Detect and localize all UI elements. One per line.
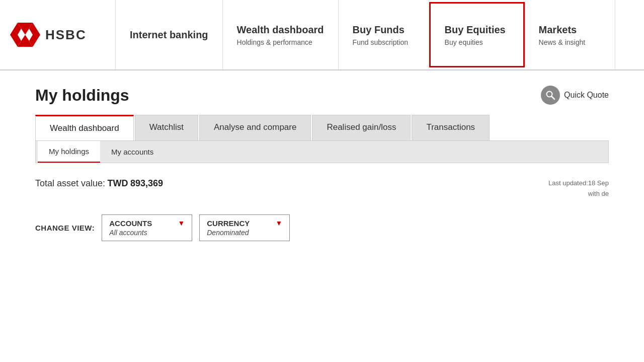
hsbc-brand-text: HSBC xyxy=(45,27,87,43)
tab-wealth-dashboard[interactable]: Wealth dashboard xyxy=(35,115,134,140)
tab-analyse-compare[interactable]: Analyse and compare xyxy=(199,115,311,140)
quick-quote-icon xyxy=(541,86,560,105)
last-updated-line1: Last updated:18 Sep xyxy=(548,178,609,189)
total-asset-value: Total asset value: TWD 893,369 xyxy=(35,178,163,189)
accounts-dropdown[interactable]: ACCOUNTS ▼ All accounts xyxy=(102,214,192,241)
nav-buy-equities[interactable]: Buy Equities Buy equities xyxy=(429,2,525,67)
currency-dropdown[interactable]: CURRENCY ▼ Denominated xyxy=(199,214,290,241)
accounts-dropdown-arrow-icon: ▼ xyxy=(178,219,185,227)
last-updated-line2: with de xyxy=(548,189,609,199)
currency-dropdown-arrow-icon: ▼ xyxy=(275,219,282,227)
asset-label: Total asset value: xyxy=(35,178,105,188)
tab-transactions[interactable]: Transactions xyxy=(412,115,490,140)
nav-buy-funds[interactable]: Buy Funds Fund subscription xyxy=(339,0,429,69)
page-title: My holdings xyxy=(35,86,129,105)
asset-currency: TWD xyxy=(108,178,128,188)
tab-watchlist[interactable]: Watchlist xyxy=(135,115,198,140)
hsbc-diamond-icon xyxy=(10,23,40,47)
asset-section: Total asset value: TWD 893,369 Last upda… xyxy=(35,178,609,199)
tab-realised-gain-loss[interactable]: Realised gain/loss xyxy=(312,115,411,140)
quick-quote-label: Quick Quote xyxy=(564,91,609,100)
asset-amount: 893,369 xyxy=(130,178,163,188)
accounts-dropdown-label: ACCOUNTS ▼ xyxy=(109,219,185,228)
currency-dropdown-label: CURRENCY ▼ xyxy=(207,219,282,228)
nav-markets[interactable]: Markets News & insight xyxy=(525,0,615,69)
secondary-tabs: My holdings My accounts xyxy=(35,140,609,163)
nav-wealth-dashboard[interactable]: Wealth dashboard Holdings & performance xyxy=(223,0,339,69)
logo-area: HSBC xyxy=(0,0,116,69)
last-updated-text: Last updated:18 Sep with de xyxy=(548,178,609,199)
main-header: HSBC Internet banking Wealth dashboard H… xyxy=(0,0,644,70)
quick-quote-button[interactable]: Quick Quote xyxy=(541,86,609,105)
tab-my-accounts[interactable]: My accounts xyxy=(100,141,165,162)
accounts-dropdown-value: All accounts xyxy=(109,229,185,237)
page-header: My holdings Quick Quote xyxy=(35,86,609,105)
change-view-label: CHANGE VIEW: xyxy=(35,224,95,232)
main-content: My holdings Quick Quote Wealth dashboard… xyxy=(0,70,644,261)
tab-my-holdings[interactable]: My holdings xyxy=(38,141,100,163)
change-view-section: CHANGE VIEW: ACCOUNTS ▼ All accounts CUR… xyxy=(35,214,609,241)
svg-line-7 xyxy=(552,97,555,100)
primary-tabs: Wealth dashboard Watchlist Analyse and c… xyxy=(35,115,609,140)
currency-dropdown-value: Denominated xyxy=(207,229,282,237)
nav-internet-banking[interactable]: Internet banking xyxy=(116,0,223,69)
hsbc-logo: HSBC xyxy=(10,23,87,47)
